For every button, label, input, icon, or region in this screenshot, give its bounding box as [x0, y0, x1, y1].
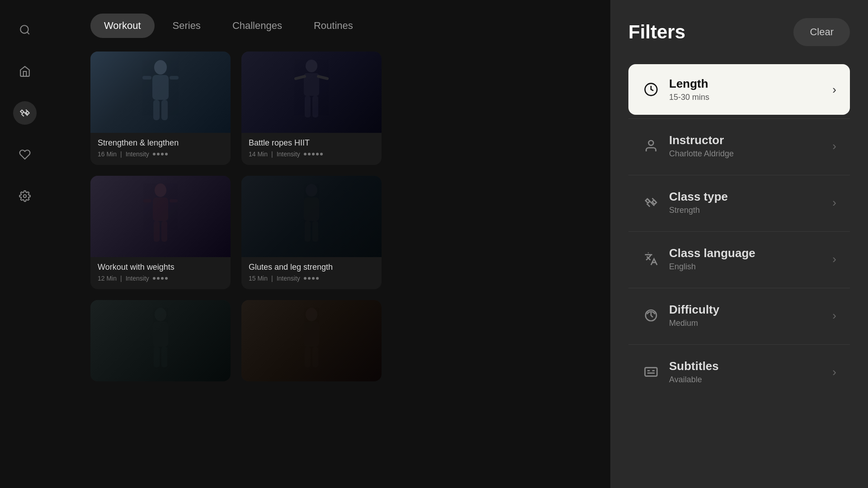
divider-2	[628, 175, 850, 175]
filter-item-subtitles[interactable]: Subtitles Available ›	[628, 347, 850, 397]
filter-item-class-language[interactable]: Class language English ›	[628, 234, 850, 284]
sidebar-favorites[interactable]	[13, 143, 37, 166]
svg-rect-19	[154, 221, 160, 242]
filter-item-class-type[interactable]: Class type Strength ›	[628, 177, 850, 228]
svg-rect-28	[161, 347, 167, 367]
svg-rect-6	[170, 76, 179, 80]
svg-rect-5	[142, 76, 151, 80]
svg-line-11	[296, 76, 305, 79]
gauge-icon	[642, 306, 660, 324]
filter-panel: Filters Clear Length 15-30 mins › Instru…	[610, 0, 868, 488]
card-title-2: Workout with weights	[98, 263, 223, 272]
svg-point-3	[154, 60, 167, 75]
filter-text-class-type: Class type Strength	[669, 190, 823, 215]
svg-rect-7	[153, 100, 160, 120]
filter-item-difficulty[interactable]: Difficulty Medium ›	[628, 290, 850, 341]
card-meta-3: 15 Min | Intensity	[249, 275, 374, 282]
card-title-3: Glutes and leg strength	[249, 263, 374, 272]
dumbbell-icon	[642, 193, 660, 211]
filter-text-instructor: Instructor Charlotte Aldridge	[669, 133, 823, 159]
card-info-1: Battle ropes HIIT 14 Min | Intensity	[241, 133, 382, 165]
svg-point-29	[306, 308, 317, 321]
tab-challenges[interactable]: Challenges	[219, 14, 296, 38]
card-info-2: Workout with weights 12 Min | Intensity	[90, 257, 231, 289]
sidebar-home[interactable]	[13, 60, 37, 83]
filter-text-difficulty: Difficulty Medium	[669, 303, 823, 328]
sidebar	[0, 0, 50, 488]
filter-title: Filters	[628, 21, 685, 43]
filter-subtitles-title: Subtitles	[669, 359, 823, 373]
filter-class-language-sub: English	[669, 262, 823, 272]
svg-rect-18	[170, 199, 178, 202]
person-icon	[642, 137, 660, 155]
filter-instructor-sub: Charlotte Aldridge	[669, 149, 823, 159]
svg-rect-32	[312, 347, 318, 367]
chevron-icon-class-type: ›	[832, 196, 836, 210]
filter-class-language-title: Class language	[669, 246, 823, 260]
svg-rect-31	[305, 347, 311, 367]
svg-rect-13	[305, 96, 311, 117]
card-info-3: Glutes and leg strength 15 Min | Intensi…	[241, 257, 382, 289]
svg-rect-36	[645, 368, 657, 376]
card-image-1	[241, 52, 382, 133]
svg-point-0	[20, 25, 28, 33]
tab-workout[interactable]: Workout	[90, 14, 155, 38]
svg-rect-26	[153, 322, 168, 347]
main-content: Workout Series Challenges Routines	[50, 0, 610, 488]
sidebar-workout[interactable]	[13, 101, 37, 125]
svg-point-2	[24, 195, 27, 198]
card-image-0	[90, 52, 231, 133]
workout-card-3[interactable]: Glutes and leg strength 15 Min | Intensi…	[241, 176, 382, 289]
svg-rect-4	[152, 75, 169, 100]
svg-rect-10	[304, 73, 319, 96]
sidebar-search[interactable]	[13, 18, 37, 42]
tab-routines[interactable]: Routines	[300, 14, 367, 38]
card-meta-0: 16 Min | Intensity	[98, 150, 223, 158]
filter-text-subtitles: Subtitles Available	[669, 359, 823, 385]
filter-text-length: Length 15-30 mins	[669, 77, 823, 102]
filter-length-sub: 15-30 mins	[669, 93, 823, 102]
svg-rect-30	[304, 322, 319, 347]
card-info-0: Strengthen & lengthen 16 Min | Intensity	[90, 133, 231, 165]
filter-subtitles-sub: Available	[669, 375, 823, 385]
tab-series[interactable]: Series	[159, 14, 214, 38]
filter-item-instructor[interactable]: Instructor Charlotte Aldridge ›	[628, 121, 850, 171]
svg-line-12	[318, 76, 327, 79]
filter-class-type-title: Class type	[669, 190, 823, 204]
workout-grid: Strengthen & lengthen 16 Min | Intensity	[63, 52, 597, 381]
chevron-icon-instructor: ›	[832, 139, 836, 153]
card-image-3	[241, 176, 382, 257]
divider-3	[628, 231, 850, 232]
workout-card-1[interactable]: Battle ropes HIIT 14 Min | Intensity	[241, 52, 382, 165]
workout-card-0[interactable]: Strengthen & lengthen 16 Min | Intensity	[90, 52, 231, 165]
chevron-icon-class-language: ›	[832, 252, 836, 266]
svg-point-25	[155, 308, 166, 321]
svg-rect-8	[161, 100, 168, 120]
svg-rect-22	[304, 197, 319, 221]
filter-item-length[interactable]: Length 15-30 mins ›	[628, 64, 850, 115]
svg-rect-20	[161, 221, 167, 242]
divider-4	[628, 288, 850, 288]
svg-rect-16	[153, 197, 168, 221]
workout-card-4[interactable]	[90, 300, 231, 381]
subtitles-icon	[642, 363, 660, 381]
filter-text-class-language: Class language English	[669, 246, 823, 272]
workout-card-5[interactable]	[241, 300, 382, 381]
chevron-icon-subtitles: ›	[832, 365, 836, 379]
filter-instructor-title: Instructor	[669, 133, 823, 147]
intensity-dots-3	[304, 277, 319, 280]
svg-line-1	[27, 32, 29, 34]
filter-difficulty-sub: Medium	[669, 319, 823, 328]
tab-bar: Workout Series Challenges Routines	[63, 0, 597, 52]
clear-button[interactable]: Clear	[793, 18, 850, 46]
filter-length-title: Length	[669, 77, 823, 91]
svg-rect-14	[312, 96, 318, 117]
workout-card-2[interactable]: Workout with weights 12 Min | Intensity	[90, 176, 231, 289]
filter-difficulty-title: Difficulty	[669, 303, 823, 317]
filter-header: Filters Clear	[628, 18, 850, 46]
translate-icon	[642, 250, 660, 268]
svg-rect-24	[312, 221, 318, 242]
sidebar-settings[interactable]	[13, 184, 37, 208]
clock-icon	[642, 80, 660, 99]
svg-rect-27	[154, 347, 160, 367]
